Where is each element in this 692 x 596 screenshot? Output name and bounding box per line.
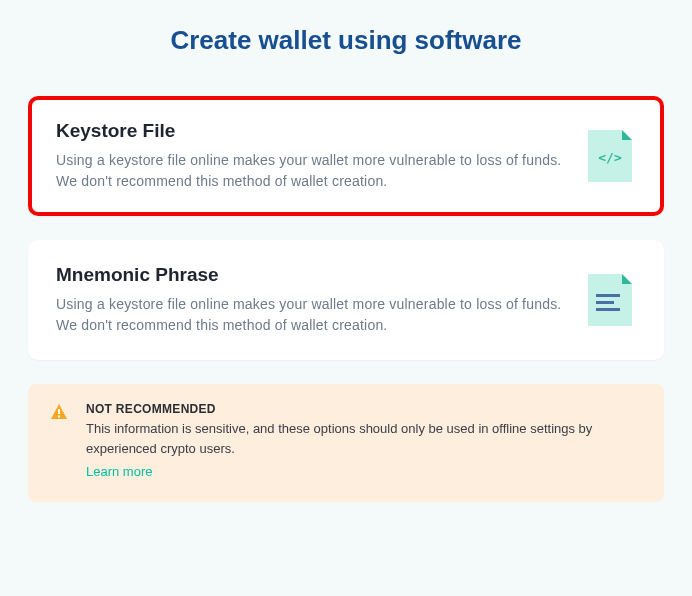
svg-rect-1 bbox=[596, 294, 620, 297]
option-title: Mnemonic Phrase bbox=[56, 264, 564, 286]
option-keystore-file[interactable]: Keystore File Using a keystore file onli… bbox=[28, 96, 664, 216]
svg-text:</>: </> bbox=[598, 150, 622, 165]
keystore-file-icon: </> bbox=[584, 128, 636, 184]
option-description: Using a keystore file online makes your … bbox=[56, 150, 564, 192]
warning-box: NOT RECOMMENDED This information is sens… bbox=[28, 384, 664, 502]
option-description: Using a keystore file online makes your … bbox=[56, 294, 564, 336]
mnemonic-file-icon bbox=[584, 272, 636, 328]
page-title: Create wallet using software bbox=[28, 25, 664, 56]
svg-rect-2 bbox=[596, 301, 614, 304]
option-text-block: Mnemonic Phrase Using a keystore file on… bbox=[56, 264, 564, 336]
option-title: Keystore File bbox=[56, 120, 564, 142]
option-text-block: Keystore File Using a keystore file onli… bbox=[56, 120, 564, 192]
svg-rect-5 bbox=[58, 416, 60, 418]
warning-content: NOT RECOMMENDED This information is sens… bbox=[86, 402, 642, 480]
option-mnemonic-phrase[interactable]: Mnemonic Phrase Using a keystore file on… bbox=[28, 240, 664, 360]
svg-rect-3 bbox=[596, 308, 620, 311]
warning-text: This information is sensitive, and these… bbox=[86, 419, 642, 458]
warning-title: NOT RECOMMENDED bbox=[86, 402, 642, 416]
warning-triangle-icon bbox=[50, 403, 68, 421]
learn-more-link[interactable]: Learn more bbox=[86, 464, 152, 479]
svg-rect-4 bbox=[58, 409, 60, 414]
